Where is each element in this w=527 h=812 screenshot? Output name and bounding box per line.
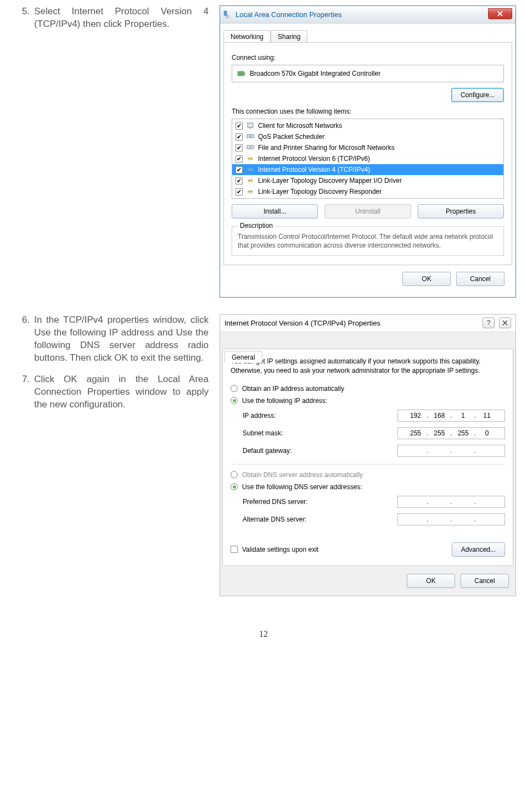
validate-label: Validate settings upon exit — [242, 546, 318, 553]
list-item-selected[interactable]: ✔ Internet Protocol Version 4 (TCP/IPv4) — [232, 164, 503, 175]
adapter-icon — [237, 69, 246, 79]
network-icon — [222, 10, 232, 20]
checkbox-icon[interactable]: ✔ — [236, 177, 243, 184]
help-button[interactable]: ? — [483, 317, 495, 328]
checkbox-icon[interactable]: ✔ — [236, 155, 243, 163]
svg-rect-10 — [251, 145, 254, 149]
checkbox-icon[interactable]: ✔ — [236, 188, 243, 195]
list-item[interactable]: ✔ File and Printer Sharing for Microsoft… — [232, 142, 503, 153]
dialog2-titlebar: Internet Protocol Version 4 (TCP/IPv4) P… — [220, 315, 515, 332]
pref-dns-input[interactable]: . . . — [397, 496, 505, 508]
connection-items-list[interactable]: ✔ Client for Microsoft Networks ✔ QoS Pa… — [232, 119, 504, 199]
uninstall-button: Uninstall — [324, 204, 411, 219]
svg-rect-3 — [244, 72, 245, 75]
pref-dns-label: Preferred DNS server: — [243, 498, 308, 506]
items-label: This connection uses the following items… — [232, 108, 504, 115]
radio-dns-auto: Obtain DNS server address automatically — [231, 469, 505, 481]
svg-rect-5 — [249, 127, 252, 128]
step-5-number: 5. — [22, 5, 30, 31]
ok-button[interactable]: OK — [402, 272, 451, 286]
dialog1-titlebar: Local Area Connection Properties — [220, 6, 515, 24]
step-7-text: Click OK again in the Local Area Connect… — [34, 373, 209, 411]
dialog2-title: Internet Protocol Version 4 (TCP/IPv4) P… — [225, 319, 380, 327]
subnet-label: Subnet mask: — [243, 429, 283, 437]
lan-properties-dialog: Local Area Connection Properties Network… — [220, 5, 516, 298]
list-item[interactable]: ✔ QoS Packet Scheduler — [232, 131, 503, 142]
ok-button[interactable]: OK — [407, 574, 455, 588]
gateway-label: Default gateway: — [243, 447, 291, 455]
step-6-number: 6. — [22, 314, 30, 365]
dialog1-title: Local Area Connection Properties — [236, 10, 342, 19]
radio-icon — [231, 483, 238, 490]
instruction-step-7: 7. Click OK again in the Local Area Conn… — [22, 373, 209, 411]
instruction-step-6: 6. In the TCP/IPv4 properties window, cl… — [22, 314, 209, 365]
tab-sharing[interactable]: Sharing — [271, 30, 307, 42]
adapter-box[interactable]: Broadcom 570x Gigabit Integrated Control… — [232, 65, 504, 82]
checkbox-icon[interactable]: ✔ — [236, 166, 243, 173]
cancel-button[interactable]: Cancel — [461, 574, 509, 588]
radio-icon — [231, 385, 238, 392]
advanced-button[interactable]: Advanced... — [452, 542, 505, 557]
ip-address-label: IP address: — [243, 412, 276, 419]
adapter-name: Broadcom 570x Gigabit Integrated Control… — [250, 70, 380, 77]
protocol-icon — [246, 165, 255, 174]
list-item[interactable]: ✔ Link-Layer Topology Discovery Mapper I… — [232, 175, 503, 186]
install-button[interactable]: Install... — [232, 204, 318, 219]
subnet-mask-input[interactable]: 255. 255. 255. 0 — [397, 427, 505, 439]
svg-rect-7 — [251, 135, 254, 138]
step-5-text: Select Internet Protocol Version 4 (TCP/… — [34, 5, 209, 31]
connect-using-label: Connect using: — [232, 54, 504, 61]
step-6-text: In the TCP/IPv4 properties window, click… — [34, 314, 209, 365]
list-item[interactable]: ✔ Link-Layer Topology Discovery Responde… — [232, 186, 503, 197]
cancel-button[interactable]: Cancel — [456, 272, 504, 286]
svg-rect-1 — [226, 15, 229, 18]
svg-rect-6 — [247, 135, 250, 138]
configure-button[interactable]: Configure... — [451, 88, 504, 102]
properties-button[interactable]: Properties — [418, 204, 504, 219]
alt-dns-input[interactable]: . . . — [397, 513, 505, 525]
checkbox-icon[interactable]: ✔ — [236, 122, 243, 130]
instruction-step-5: 5. Select Internet Protocol Version 4 (T… — [22, 5, 209, 31]
svg-rect-2 — [238, 71, 244, 76]
description-text: Transmission Control Protocol/Internet P… — [238, 232, 498, 250]
list-item[interactable]: ✔ Internet Protocol Version 6 (TCP/IPv6) — [232, 153, 503, 164]
ipv4-intro-text: You can get IP settings assigned automat… — [231, 357, 505, 374]
radio-dns-manual[interactable]: Use the following DNS server addresses: — [231, 481, 505, 493]
close-button[interactable] — [499, 317, 511, 328]
description-group: Description Transmission Control Protoco… — [232, 226, 504, 256]
alt-dns-label: Alternate DNS server: — [243, 516, 307, 523]
radio-ip-manual[interactable]: Use the following IP address: — [231, 395, 505, 407]
radio-icon — [231, 397, 238, 404]
tab-networking[interactable]: Networking — [223, 30, 271, 42]
checkbox-icon[interactable]: ✔ — [236, 144, 243, 152]
radio-ip-auto[interactable]: Obtain an IP address automatically — [231, 383, 505, 395]
validate-checkbox[interactable] — [231, 546, 238, 553]
close-button[interactable] — [488, 8, 512, 19]
tab-general[interactable]: General — [225, 351, 262, 363]
list-item[interactable]: ✔ Client for Microsoft Networks — [232, 120, 503, 131]
step-7-number: 7. — [22, 373, 30, 411]
protocol-icon — [246, 176, 255, 185]
page-number: 12 — [22, 629, 505, 639]
share-icon — [246, 143, 255, 152]
description-label: Description — [238, 222, 275, 229]
gateway-input[interactable]: . . . — [397, 445, 505, 457]
ipv4-properties-dialog: Internet Protocol Version 4 (TCP/IPv4) P… — [220, 314, 516, 596]
svg-rect-9 — [247, 145, 250, 149]
ip-address-input[interactable]: 192. 168. 1. 11 — [397, 410, 505, 422]
client-icon — [246, 121, 255, 130]
qos-icon — [246, 132, 255, 141]
radio-icon — [231, 471, 238, 478]
svg-rect-4 — [248, 123, 253, 127]
checkbox-icon[interactable]: ✔ — [236, 133, 243, 141]
protocol-icon — [246, 154, 255, 163]
protocol-icon — [246, 187, 255, 196]
